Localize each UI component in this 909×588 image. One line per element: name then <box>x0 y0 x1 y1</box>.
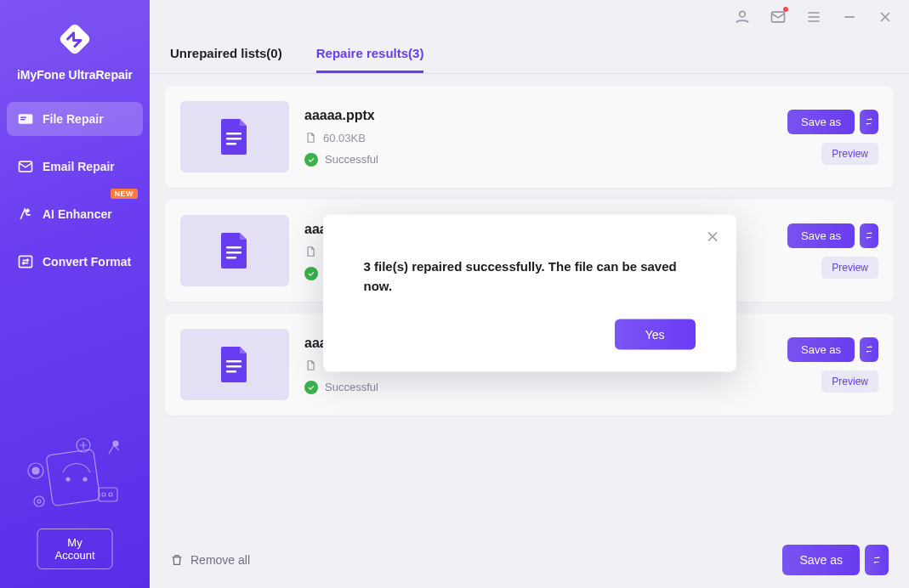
sidebar-item-file-repair[interactable]: File Repair <box>7 102 143 136</box>
sidebar-illustration <box>14 433 133 515</box>
svg-rect-10 <box>99 488 117 501</box>
svg-point-12 <box>109 493 112 496</box>
my-account-button[interactable]: My Account <box>37 529 113 569</box>
svg-rect-1 <box>19 114 33 124</box>
svg-point-15 <box>66 478 70 481</box>
success-dialog: 3 file(s) repaired successfully. The fil… <box>323 215 736 372</box>
svg-rect-3 <box>20 119 25 120</box>
new-badge: NEW <box>111 189 139 199</box>
svg-point-14 <box>113 441 118 446</box>
svg-point-8 <box>34 496 44 506</box>
dialog-close-icon[interactable] <box>704 229 721 246</box>
email-repair-icon <box>17 158 34 175</box>
svg-point-16 <box>83 478 87 481</box>
app-logo <box>54 19 95 59</box>
svg-rect-2 <box>20 117 26 118</box>
svg-point-11 <box>102 493 105 496</box>
sidebar-item-email-repair[interactable]: Email Repair <box>7 150 143 184</box>
file-repair-icon <box>17 110 34 127</box>
app-name: iMyFone UltraRepair <box>17 68 133 82</box>
sidebar-item-label: Email Repair <box>43 160 115 173</box>
sidebar-item-ai-enhancer[interactable]: AI Enhancer NEW <box>7 197 143 231</box>
sidebar-nav: File Repair Email Repair AI Enhancer NEW <box>0 102 150 279</box>
sidebar-item-convert-format[interactable]: Convert Format <box>7 245 143 279</box>
main-panel: Unrepaired lists(0) Repaire results(3) a… <box>150 0 909 588</box>
sidebar-item-label: Convert Format <box>43 255 131 269</box>
svg-rect-6 <box>46 449 100 506</box>
sidebar-item-label: File Repair <box>43 112 104 126</box>
ai-enhancer-icon <box>17 206 34 223</box>
sidebar: iMyFone UltraRepair File Repair Email Re… <box>0 0 150 588</box>
dialog-yes-button[interactable]: Yes <box>615 319 696 350</box>
svg-rect-5 <box>20 256 32 267</box>
sidebar-item-label: AI Enhancer <box>43 207 112 221</box>
dialog-message: 3 file(s) repaired successfully. The fil… <box>364 257 696 296</box>
convert-format-icon <box>17 253 34 270</box>
svg-point-9 <box>37 500 41 503</box>
